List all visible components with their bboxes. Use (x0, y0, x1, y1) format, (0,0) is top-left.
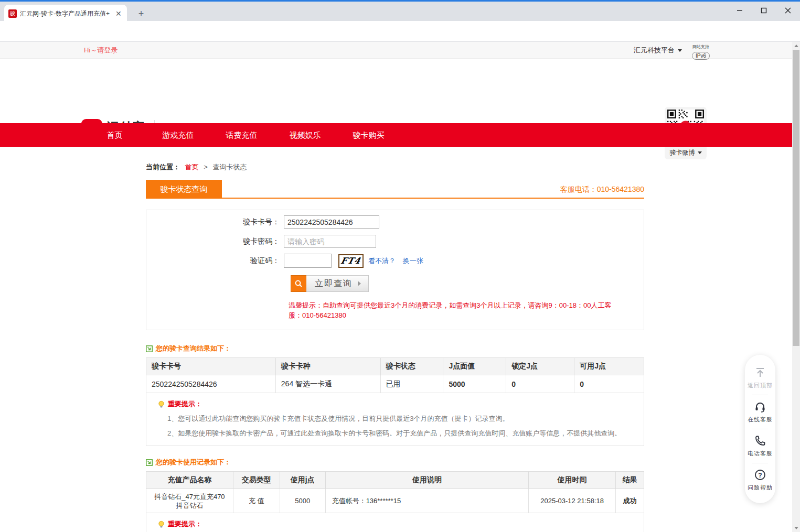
result-tips-box: 重要提示： 1、您可以通过此功能查询您购买的骏卡充值卡状态及使用情况，目前只提供… (146, 393, 644, 446)
phone-icon (754, 435, 766, 447)
browser-toolbar: https://junka.heepay.com/Bill/TradeSearc… (0, 21, 800, 42)
cell-used-points: 5000 (280, 489, 325, 513)
cell-usage-desc: 充值帐号：136******15 (325, 489, 529, 513)
col-card-type: 骏卡卡种 (275, 358, 380, 375)
window-close-button[interactable] (776, 2, 800, 19)
tab-title: 汇元网-骏卡-数字产品通用充值+ (20, 9, 112, 18)
cell-card-no: 2502242505284426 (146, 375, 276, 393)
breadcrumb-separator: > (204, 163, 208, 171)
col-card-status: 骏卡状态 (380, 358, 443, 375)
submit-row: 立即查询 (291, 275, 644, 292)
col-card-no: 骏卡卡号 (146, 358, 276, 375)
nav-item-video-entertainment[interactable]: 视频娱乐 (273, 123, 337, 147)
result-section-title: 您的骏卡查询结果如下： (146, 344, 644, 353)
green-arrow-icon (146, 459, 153, 466)
nav-item-home[interactable]: 首页 (83, 123, 146, 147)
usage-record-table: 充值产品名称 交易类型 使用j点 使用说明 使用时间 结果 抖音钻石_47元直充… (146, 471, 644, 513)
cell-card-status: 已用 (380, 375, 443, 393)
card-no-input[interactable] (284, 215, 379, 229)
col-trade-type: 交易类型 (233, 472, 280, 489)
minimize-icon (737, 7, 743, 14)
tip-item: 2、如果您使用骏卡换取的卡密产品，可通过此处查询换取卡的卡号和密码。对于充值产品… (167, 429, 644, 438)
nav-item-game-recharge[interactable]: 游戏充值 (146, 123, 210, 147)
platform-dropdown[interactable]: 汇元科技平台 (634, 42, 682, 59)
section-tabbar: 骏卡状态查询 客服电话：010-56421380 (146, 180, 644, 199)
help-button[interactable]: ? 问题帮助 (745, 463, 775, 497)
card-password-input[interactable] (284, 235, 376, 248)
captcha-image: FT4 (338, 254, 364, 268)
tab-close-icon[interactable]: ✕ (115, 9, 122, 18)
captcha-refresh-link[interactable]: 换一张 (403, 257, 423, 265)
cell-available-points: 0 (574, 375, 644, 393)
window-maximize-button[interactable] (752, 2, 776, 19)
submit-search-icon-box (291, 275, 306, 292)
table-header-row: 骏卡卡号 骏卡卡种 骏卡状态 J点面值 锁定J点 可用J点 (146, 358, 644, 375)
breadcrumb-current: 查询卡状态 (212, 163, 247, 171)
new-tab-button[interactable]: + (134, 7, 148, 20)
nav-item-buy-junka[interactable]: 骏卡购买 (337, 123, 400, 147)
card-password-label: 骏卡密码： (146, 237, 284, 246)
cell-face-value: 5000 (443, 375, 506, 393)
captcha-input[interactable] (284, 254, 332, 268)
back-to-top-button[interactable]: 返回顶部 (745, 361, 775, 395)
cell-card-type: 264 智选一卡通 (275, 375, 380, 393)
ipv6-support: 网站支持 IPv6 (691, 44, 710, 60)
online-service-button[interactable]: 在线客服 (745, 395, 775, 429)
phone-service-button[interactable]: 电话客服 (745, 429, 775, 463)
close-icon (785, 7, 791, 14)
form-notice: 温馨提示：自助查询可提供您最近3个月的消费记录，如需查询3个月以上记录，请咨询9… (289, 300, 624, 320)
chevron-down-icon (678, 49, 682, 52)
headset-icon (754, 400, 766, 413)
tip-item: 1、您可以通过此功能查询您购买的骏卡充值卡状态及使用情况，目前只提供最近3个月的… (167, 414, 644, 424)
card-query-form: 骏卡卡号： 骏卡密码： 验证码： FT4 看不清？ 换一张 (146, 210, 644, 330)
search-icon (294, 279, 303, 288)
page-viewport: Hi～请登录 汇元科技平台 网站支持 IPv6 付 汇付宝 HEEPAY JUN… (0, 42, 792, 532)
ipv6-badge: IPv6 (692, 52, 710, 60)
breadcrumb-home-link[interactable]: 首页 (185, 163, 199, 171)
col-face-value: J点面值 (443, 358, 506, 375)
arrow-right-icon (358, 281, 361, 286)
tab-card-status-query[interactable]: 骏卡状态查询 (146, 180, 222, 199)
tips-title: 重要提示： (158, 399, 644, 409)
main-content: 当前位置： 首页 > 查询卡状态 骏卡状态查询 客服电话：010-5642138… (146, 147, 644, 532)
col-used-points: 使用j点 (280, 472, 325, 489)
main-navigation: 首页 游戏充值 话费充值 视频娱乐 骏卡购买 (0, 123, 792, 147)
window-minimize-button[interactable] (728, 2, 752, 19)
browser-tab[interactable]: 骏 汇元网-骏卡-数字产品通用充值+ ✕ (4, 5, 127, 23)
lightbulb-icon (158, 520, 165, 528)
col-usage-time: 使用时间 (529, 472, 616, 489)
cell-locked-points: 0 (506, 375, 574, 393)
scrollbar-up-arrow[interactable] (792, 42, 800, 50)
browser-titlebar: 骏 汇元网-骏卡-数字产品通用充值+ ✕ + (0, 0, 800, 21)
ipv6-support-label: 网站支持 (692, 44, 709, 50)
svg-text:?: ? (758, 472, 762, 479)
cell-result-status: 成功 (616, 489, 644, 513)
cell-product-name: 抖音钻石_47元直充470抖音钻石 (146, 489, 233, 513)
cell-trade-type: 充 值 (233, 489, 280, 513)
col-available-points: 可用J点 (574, 358, 644, 375)
captcha-unclear-link[interactable]: 看不清？ (368, 257, 396, 265)
card-no-label: 骏卡卡号： (146, 218, 284, 227)
scrollbar-thumb[interactable] (793, 50, 799, 346)
col-usage-desc: 使用说明 (325, 472, 529, 489)
breadcrumb-label: 当前位置： (146, 163, 180, 171)
question-mark-icon: ? (754, 469, 766, 481)
query-now-button[interactable]: 立即查询 (306, 275, 369, 292)
maximize-icon (761, 7, 767, 14)
col-locked-points: 锁定J点 (506, 358, 574, 375)
table-row: 2502242505284426 264 智选一卡通 已用 5000 0 0 (146, 375, 644, 393)
usage-tips-box: 重要提示： 1、骏卡状态为“启用”状态，说明您的卡是可以正常使用的。 (146, 513, 644, 532)
scrollbar-down-arrow[interactable] (792, 524, 800, 532)
site-favicon-icon: 骏 (8, 9, 17, 18)
weibo-dropdown[interactable]: 骏卡微博 (670, 148, 702, 157)
nav-item-phone-recharge[interactable]: 话费充值 (210, 123, 273, 147)
back-to-top-icon (754, 366, 766, 379)
usage-section-title: 您的骏卡使用记录如下： (146, 458, 644, 467)
service-phone: 客服电话：010-56421380 (560, 180, 644, 199)
col-result: 结果 (616, 472, 644, 489)
login-link[interactable]: Hi～请登录 (84, 42, 118, 59)
col-product-name: 充值产品名称 (146, 472, 233, 489)
card-result-table: 骏卡卡号 骏卡卡种 骏卡状态 J点面值 锁定J点 可用J点 2502242505… (146, 357, 644, 393)
table-row: 抖音钻石_47元直充470抖音钻石 充 值 5000 充值帐号：136*****… (146, 489, 644, 513)
utility-bar: Hi～请登录 汇元科技平台 网站支持 IPv6 (0, 42, 792, 59)
